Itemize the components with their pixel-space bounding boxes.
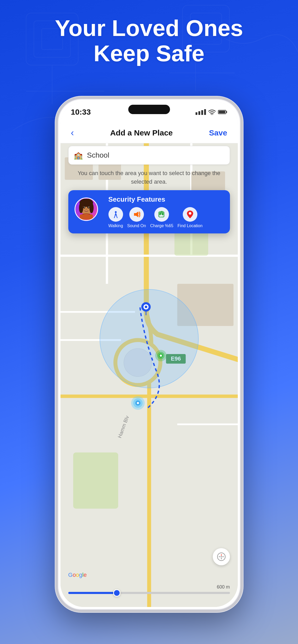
svg-point-38 bbox=[221, 556, 222, 557]
svg-point-10 bbox=[211, 114, 212, 115]
walking-icon-circle bbox=[108, 207, 123, 222]
location-icon-circle bbox=[183, 207, 197, 222]
wifi-icon bbox=[208, 109, 216, 115]
slider-track bbox=[68, 592, 230, 594]
sound-icon-circle bbox=[129, 207, 144, 222]
scale-label: 600 m bbox=[217, 584, 230, 590]
notch-pill bbox=[128, 105, 170, 114]
features-row: Walking Sound On bbox=[108, 207, 224, 228]
svg-point-28 bbox=[145, 306, 147, 308]
feature-walking: Walking bbox=[108, 207, 123, 228]
status-icons bbox=[196, 109, 227, 115]
svg-point-32 bbox=[160, 355, 162, 357]
svg-point-47 bbox=[86, 209, 87, 210]
card-content: Security Features Walking bbox=[108, 195, 224, 228]
svg-rect-12 bbox=[226, 111, 227, 113]
svg-point-49 bbox=[115, 211, 117, 213]
feature-find-location: Find Location bbox=[178, 207, 203, 228]
svg-point-41 bbox=[79, 203, 83, 213]
google-watermark: Google bbox=[68, 572, 87, 578]
security-card-title: Security Features bbox=[108, 195, 224, 203]
hero-title-line1: Your Loved Ones bbox=[16, 16, 282, 41]
route-path bbox=[60, 300, 238, 417]
svg-rect-17 bbox=[73, 453, 118, 509]
slider-thumb[interactable] bbox=[113, 589, 120, 597]
search-input-bar[interactable]: 🏫 School bbox=[68, 146, 230, 165]
svg-marker-50 bbox=[134, 212, 138, 217]
charge-label: Charge %65 bbox=[150, 223, 173, 228]
walking-label: Walking bbox=[108, 223, 123, 228]
battery-feature-icon-circle bbox=[154, 207, 169, 222]
svg-point-54 bbox=[189, 212, 191, 215]
hint-text: You can touch the area you want to selec… bbox=[68, 169, 230, 186]
avatar-circle bbox=[75, 197, 98, 221]
status-bar: 10:33 bbox=[60, 102, 238, 122]
security-card: Security Features Walking bbox=[68, 190, 230, 233]
signal-icon bbox=[196, 109, 206, 115]
phone-mockup: 10:33 bbox=[55, 96, 243, 612]
feature-sound-on: Sound On bbox=[127, 207, 146, 228]
battery-icon bbox=[218, 109, 227, 115]
svg-rect-48 bbox=[80, 214, 93, 220]
building-icon: 🏫 bbox=[74, 151, 83, 160]
sound-on-label: Sound On bbox=[127, 223, 146, 228]
feature-charge: Charge %65 bbox=[150, 207, 173, 228]
page-title: Add a New Place bbox=[110, 128, 173, 137]
phone-frame: 10:33 bbox=[55, 96, 243, 612]
find-location-label: Find Location bbox=[178, 223, 203, 228]
nav-bar: ‹ Add a New Place Save bbox=[60, 122, 238, 143]
map-slider[interactable]: 600 m bbox=[68, 592, 230, 594]
search-value: School bbox=[87, 151, 110, 159]
slider-fill bbox=[68, 592, 117, 594]
hero-title: Your Loved Ones Keep Safe bbox=[0, 16, 298, 66]
phone-screen: 10:33 bbox=[60, 102, 238, 607]
svg-point-36 bbox=[137, 402, 139, 404]
location-dot-green bbox=[154, 349, 167, 363]
save-button[interactable]: Save bbox=[209, 128, 227, 137]
svg-rect-52 bbox=[161, 211, 163, 212]
hero-title-line2: Keep Safe bbox=[16, 41, 282, 66]
avatar-pin bbox=[75, 197, 103, 226]
location-dot-light bbox=[131, 396, 145, 411]
svg-rect-13 bbox=[219, 111, 225, 113]
compass-button[interactable] bbox=[213, 548, 230, 565]
back-button[interactable]: ‹ bbox=[71, 127, 74, 138]
location-pin-blue bbox=[141, 302, 151, 312]
svg-point-45 bbox=[84, 207, 85, 208]
status-time: 10:33 bbox=[71, 108, 91, 116]
svg-point-46 bbox=[88, 207, 89, 208]
svg-point-42 bbox=[89, 203, 94, 213]
